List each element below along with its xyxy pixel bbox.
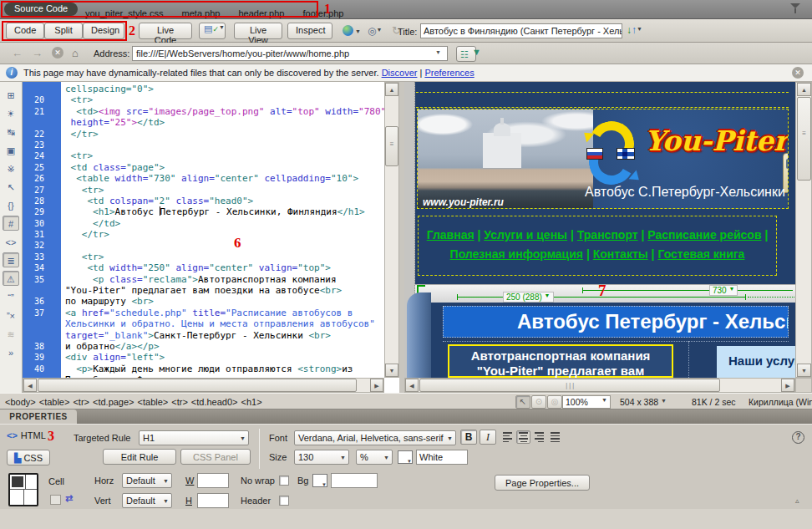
edit-rule-button[interactable]: Edit Rule: [103, 449, 176, 465]
code-line[interactable]: 20 <tr>: [23, 94, 384, 105]
filter-icon[interactable]: [790, 3, 802, 15]
split-cell-icon[interactable]: ⇄: [65, 493, 73, 504]
open-documents-icon[interactable]: ⊞: [3, 87, 19, 102]
code-vertical-scrollbar[interactable]: ▲ ≡ ▼: [384, 82, 399, 378]
site-nav-link[interactable]: Контакты: [593, 247, 648, 261]
tag-selector-entry[interactable]: <body>: [5, 397, 36, 407]
page-h1-heading[interactable]: Автобус Петербург - Хельсин: [443, 306, 789, 338]
code-horizontal-scrollbar[interactable]: ◀ ▶: [23, 378, 384, 393]
back-icon[interactable]: ←: [12, 47, 23, 59]
cell-height-input[interactable]: [197, 493, 229, 508]
align-right-button[interactable]: [532, 430, 546, 444]
code-line[interactable]: "You-Piter" предлагает вам поездки на ав…: [23, 285, 384, 296]
close-info-bar-icon[interactable]: ✕: [792, 67, 804, 79]
word-wrap-icon[interactable]: ≣: [3, 252, 19, 267]
scroll-right-icon[interactable]: ▶: [781, 379, 794, 392]
page-properties-button[interactable]: Page Properties...: [495, 475, 590, 491]
table-width-menu[interactable]: 730 ▼: [709, 285, 738, 296]
code-line[interactable]: 34 <td width="250" align="center" valign…: [23, 262, 384, 273]
code-line[interactable]: 30 </td>: [23, 218, 384, 229]
header-checkbox[interactable]: [279, 496, 289, 506]
tag-selector-entry[interactable]: <table>: [138, 397, 169, 407]
italic-button[interactable]: I: [480, 430, 496, 445]
site-nav-link[interactable]: Услуги и цены: [484, 228, 567, 242]
design-vertical-scrollbar[interactable]: ▲ ≡ ▼: [795, 82, 812, 378]
site-nav-link[interactable]: Гостевая книга: [657, 247, 744, 261]
magnification-select[interactable]: 100%▼: [562, 395, 611, 409]
expand-all-icon[interactable]: ※: [3, 160, 19, 175]
syntax-error-alerts-icon[interactable]: ⚠: [3, 271, 19, 286]
collapse-panel-icon[interactable]: ▵: [795, 496, 799, 505]
live-view-button[interactable]: Live View: [234, 23, 282, 39]
column-width-menu[interactable]: 250 (288) ▼: [503, 292, 554, 303]
window-size-select[interactable]: 504 x 388 ▼: [620, 397, 667, 407]
code-scroll-thumb[interactable]: ≡: [385, 126, 398, 166]
tag-selector-entry[interactable]: <td.head0>: [191, 397, 238, 407]
site-nav-link[interactable]: Полезная информация: [450, 247, 583, 261]
scroll-down-icon[interactable]: ▼: [797, 364, 811, 377]
reclama-text-box[interactable]: Автотранспортная компания "You-Piter" пр…: [448, 344, 673, 378]
preferences-link[interactable]: Preferences: [424, 68, 474, 78]
design-hscroll-thumb[interactable]: ∣∣∣: [419, 379, 720, 392]
bg-color-swatch[interactable]: ▼: [312, 474, 327, 487]
select-tool-icon[interactable]: ↖: [515, 395, 530, 409]
merge-cells-icon[interactable]: [50, 495, 61, 505]
tag-selector-entry[interactable]: <td.page>: [93, 397, 134, 407]
code-line[interactable]: 38и обратно</a></p>: [23, 341, 384, 352]
size-unit-select[interactable]: %▼: [356, 450, 393, 465]
code-line[interactable]: 36по маршруту <br>: [23, 296, 384, 307]
code-line[interactable]: 39<div align="left">: [23, 352, 384, 363]
apply-comment-icon[interactable]: “”: [3, 289, 19, 304]
align-center-button[interactable]: [516, 430, 530, 444]
targeted-rule-select[interactable]: H1▼: [139, 430, 249, 445]
nowrap-checkbox[interactable]: [279, 476, 289, 486]
properties-tab[interactable]: PROPERTIES: [0, 409, 77, 424]
address-dropdown-icon[interactable]: ▼: [435, 49, 441, 55]
scroll-down-icon[interactable]: ▼: [385, 364, 398, 377]
tag-selector-entry[interactable]: <h1>: [241, 397, 262, 407]
align-left-button[interactable]: [500, 430, 515, 444]
code-line[interactable]: 32: [23, 240, 384, 251]
code-line[interactable]: 26 <table width="730" align="center" cel…: [23, 173, 384, 184]
tag-selector-entry[interactable]: <tr>: [73, 397, 89, 407]
code-line[interactable]: 24 <tr>: [23, 150, 384, 161]
code-line[interactable]: 33 <tr>: [23, 252, 384, 262]
design-horizontal-scrollbar[interactable]: ◀ ∣∣∣ ▶: [404, 378, 795, 393]
code-line[interactable]: 29 <h1>Автобус Петербург - Хельсинки, Фи…: [23, 206, 384, 217]
file-view-options-button[interactable]: ☷▼: [456, 46, 476, 62]
scroll-up-icon[interactable]: ▲: [797, 83, 811, 96]
code-line[interactable]: 27 <tr>: [23, 185, 384, 196]
css-mode-button[interactable]: ▙CSS: [7, 450, 50, 465]
code-line[interactable]: 23: [23, 140, 384, 150]
code-line[interactable]: 35 <p class="reclama">Автотранспортная к…: [23, 274, 384, 285]
code-navigator-icon[interactable]: ☀: [3, 105, 19, 120]
scroll-right-icon[interactable]: ▶: [370, 379, 383, 392]
code-hscroll-thumb[interactable]: [38, 379, 357, 392]
code-line[interactable]: 28 <td colspan="2" class="head0">: [23, 196, 384, 206]
forward-icon[interactable]: →: [32, 47, 43, 59]
site-nav-link[interactable]: Транспорт: [577, 228, 638, 242]
scroll-up-icon[interactable]: ▲: [385, 83, 398, 96]
vert-select[interactable]: Default▼: [122, 493, 172, 508]
discover-link[interactable]: Discover: [382, 68, 418, 78]
bold-button[interactable]: B: [460, 430, 477, 445]
highlight-invalid-code-icon[interactable]: <>: [3, 234, 19, 249]
check-browser-compatibility-button[interactable]: ▤✓▼: [199, 23, 226, 39]
cell-width-input[interactable]: [197, 473, 229, 488]
preview-in-browser-button[interactable]: ▼: [339, 23, 363, 39]
zoom-tool-icon[interactable]: ◎: [547, 395, 562, 409]
bg-color-input[interactable]: [331, 473, 378, 488]
title-input[interactable]: Автобус в Финляндию (Санкт Петербург - Х…: [420, 23, 622, 38]
tag-selector[interactable]: <body><table><tr><td.page><table><tr><td…: [5, 397, 266, 407]
tag-selector-entry[interactable]: <tr>: [171, 397, 188, 407]
css-panel-button[interactable]: CSS Panel: [180, 449, 251, 465]
visual-aids-button[interactable]: ◎▼: [364, 23, 388, 39]
html-mode-button[interactable]: <>HTML: [7, 430, 46, 440]
code-line[interactable]: 22 </tr>: [23, 129, 384, 140]
address-input[interactable]: file:///E|/WebServers/home/you-piter/www…: [132, 46, 448, 61]
get-put-files-button[interactable]: ↓↑▼: [627, 24, 642, 36]
code-view-pane[interactable]: cellspacing="0">20 <tr>21 <td><img src="…: [23, 82, 384, 378]
horz-select[interactable]: Default▼: [122, 473, 172, 488]
home-icon[interactable]: ⌂: [72, 47, 79, 59]
code-line[interactable]: 40 <p>Каждый день многие люди отправляют…: [23, 364, 384, 374]
